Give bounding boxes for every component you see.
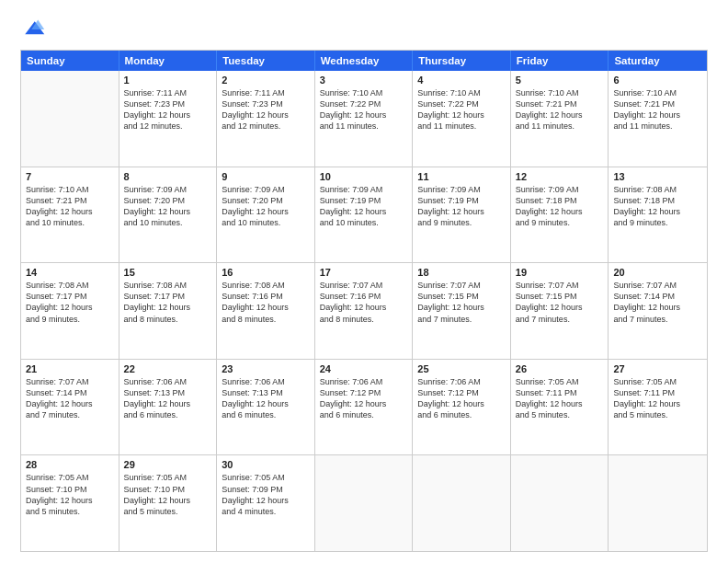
header-day: Thursday [413, 51, 511, 71]
day-number: 15 [124, 267, 212, 278]
calendar-cell: 16Sunrise: 7:08 AM Sunset: 7:16 PM Dayli… [217, 263, 315, 359]
cell-content: Sunrise: 7:08 AM Sunset: 7:16 PM Dayligh… [222, 280, 310, 325]
header-day: Wednesday [315, 51, 414, 71]
day-number: 18 [417, 267, 506, 278]
calendar-header: SundayMondayTuesdayWednesdayThursdayFrid… [21, 51, 707, 71]
day-number: 5 [516, 75, 604, 86]
day-number: 25 [417, 363, 506, 374]
cell-content: Sunrise: 7:10 AM Sunset: 7:21 PM Dayligh… [613, 87, 702, 132]
calendar-cell: 5Sunrise: 7:10 AM Sunset: 7:21 PM Daylig… [511, 71, 609, 167]
cell-content: Sunrise: 7:05 AM Sunset: 7:11 PM Dayligh… [613, 376, 702, 421]
cell-content: Sunrise: 7:07 AM Sunset: 7:14 PM Dayligh… [26, 376, 114, 421]
day-number: 6 [613, 75, 702, 86]
header-day: Friday [511, 51, 609, 71]
day-number: 21 [26, 363, 114, 374]
day-number: 2 [222, 75, 310, 86]
day-number: 11 [417, 171, 506, 182]
cell-content: Sunrise: 7:07 AM Sunset: 7:15 PM Dayligh… [516, 280, 604, 325]
calendar-cell: 12Sunrise: 7:09 AM Sunset: 7:18 PM Dayli… [511, 167, 609, 263]
calendar-cell: 20Sunrise: 7:07 AM Sunset: 7:14 PM Dayli… [609, 263, 707, 359]
calendar-week-row: 1Sunrise: 7:11 AM Sunset: 7:23 PM Daylig… [21, 71, 707, 167]
calendar-cell: 30Sunrise: 7:05 AM Sunset: 7:09 PM Dayli… [217, 455, 315, 551]
calendar-cell: 17Sunrise: 7:07 AM Sunset: 7:16 PM Dayli… [315, 263, 414, 359]
cell-content: Sunrise: 7:09 AM Sunset: 7:20 PM Dayligh… [124, 184, 212, 229]
calendar-cell [315, 455, 414, 551]
cell-content: Sunrise: 7:08 AM Sunset: 7:17 PM Dayligh… [124, 280, 212, 325]
calendar-cell: 23Sunrise: 7:06 AM Sunset: 7:13 PM Dayli… [217, 360, 315, 455]
logo [20, 17, 50, 42]
day-number: 24 [320, 363, 408, 374]
cell-content: Sunrise: 7:06 AM Sunset: 7:13 PM Dayligh… [222, 376, 310, 421]
cell-content: Sunrise: 7:07 AM Sunset: 7:14 PM Dayligh… [613, 280, 702, 325]
header-day: Monday [119, 51, 218, 71]
calendar-cell: 13Sunrise: 7:08 AM Sunset: 7:18 PM Dayli… [609, 167, 707, 263]
day-number: 14 [26, 267, 114, 278]
page: SundayMondayTuesdayWednesdayThursdayFrid… [0, 0, 728, 563]
cell-content: Sunrise: 7:06 AM Sunset: 7:12 PM Dayligh… [417, 376, 506, 421]
day-number: 27 [613, 363, 702, 374]
calendar-cell: 25Sunrise: 7:06 AM Sunset: 7:12 PM Dayli… [413, 360, 511, 455]
cell-content: Sunrise: 7:09 AM Sunset: 7:18 PM Dayligh… [516, 184, 604, 229]
calendar-cell: 29Sunrise: 7:05 AM Sunset: 7:10 PM Dayli… [119, 455, 218, 551]
cell-content: Sunrise: 7:05 AM Sunset: 7:09 PM Dayligh… [222, 472, 310, 517]
calendar-cell: 8Sunrise: 7:09 AM Sunset: 7:20 PM Daylig… [119, 167, 218, 263]
cell-content: Sunrise: 7:10 AM Sunset: 7:22 PM Dayligh… [320, 87, 408, 132]
cell-content: Sunrise: 7:06 AM Sunset: 7:12 PM Dayligh… [320, 376, 408, 421]
calendar-cell [609, 455, 707, 551]
calendar-cell: 28Sunrise: 7:05 AM Sunset: 7:10 PM Dayli… [21, 455, 119, 551]
calendar-cell: 1Sunrise: 7:11 AM Sunset: 7:23 PM Daylig… [119, 71, 218, 167]
calendar-cell: 22Sunrise: 7:06 AM Sunset: 7:13 PM Dayli… [119, 360, 218, 455]
calendar-cell: 10Sunrise: 7:09 AM Sunset: 7:19 PM Dayli… [315, 167, 414, 263]
calendar-week-row: 14Sunrise: 7:08 AM Sunset: 7:17 PM Dayli… [21, 263, 707, 360]
calendar-cell: 24Sunrise: 7:06 AM Sunset: 7:12 PM Dayli… [315, 360, 414, 455]
calendar-body: 1Sunrise: 7:11 AM Sunset: 7:23 PM Daylig… [21, 71, 707, 551]
calendar-cell: 26Sunrise: 7:05 AM Sunset: 7:11 PM Dayli… [511, 360, 609, 455]
header-day: Saturday [609, 51, 707, 71]
day-number: 10 [320, 171, 408, 182]
calendar: SundayMondayTuesdayWednesdayThursdayFrid… [20, 50, 708, 552]
day-number: 20 [613, 267, 702, 278]
calendar-cell: 18Sunrise: 7:07 AM Sunset: 7:15 PM Dayli… [413, 263, 511, 359]
day-number: 7 [26, 171, 114, 182]
day-number: 29 [124, 459, 212, 470]
calendar-week-row: 7Sunrise: 7:10 AM Sunset: 7:21 PM Daylig… [21, 167, 707, 264]
calendar-cell [413, 455, 511, 551]
calendar-cell: 11Sunrise: 7:09 AM Sunset: 7:19 PM Dayli… [413, 167, 511, 263]
cell-content: Sunrise: 7:09 AM Sunset: 7:19 PM Dayligh… [417, 184, 506, 229]
header-day: Tuesday [217, 51, 315, 71]
calendar-cell [21, 71, 119, 167]
cell-content: Sunrise: 7:09 AM Sunset: 7:20 PM Dayligh… [222, 184, 310, 229]
logo-icon [20, 17, 46, 42]
day-number: 8 [124, 171, 212, 182]
day-number: 30 [222, 459, 310, 470]
calendar-cell: 2Sunrise: 7:11 AM Sunset: 7:23 PM Daylig… [217, 71, 315, 167]
calendar-cell: 27Sunrise: 7:05 AM Sunset: 7:11 PM Dayli… [609, 360, 707, 455]
day-number: 23 [222, 363, 310, 374]
cell-content: Sunrise: 7:09 AM Sunset: 7:19 PM Dayligh… [320, 184, 408, 229]
day-number: 12 [516, 171, 604, 182]
calendar-cell: 4Sunrise: 7:10 AM Sunset: 7:22 PM Daylig… [413, 71, 511, 167]
day-number: 3 [320, 75, 408, 86]
calendar-cell: 7Sunrise: 7:10 AM Sunset: 7:21 PM Daylig… [21, 167, 119, 263]
calendar-cell: 19Sunrise: 7:07 AM Sunset: 7:15 PM Dayli… [511, 263, 609, 359]
cell-content: Sunrise: 7:11 AM Sunset: 7:23 PM Dayligh… [222, 87, 310, 132]
calendar-week-row: 28Sunrise: 7:05 AM Sunset: 7:10 PM Dayli… [21, 455, 707, 551]
header [20, 17, 708, 42]
calendar-cell: 9Sunrise: 7:09 AM Sunset: 7:20 PM Daylig… [217, 167, 315, 263]
day-number: 4 [417, 75, 506, 86]
calendar-cell: 21Sunrise: 7:07 AM Sunset: 7:14 PM Dayli… [21, 360, 119, 455]
calendar-cell: 3Sunrise: 7:10 AM Sunset: 7:22 PM Daylig… [315, 71, 414, 167]
calendar-cell: 6Sunrise: 7:10 AM Sunset: 7:21 PM Daylig… [609, 71, 707, 167]
cell-content: Sunrise: 7:06 AM Sunset: 7:13 PM Dayligh… [124, 376, 212, 421]
day-number: 16 [222, 267, 310, 278]
day-number: 22 [124, 363, 212, 374]
cell-content: Sunrise: 7:10 AM Sunset: 7:22 PM Dayligh… [417, 87, 506, 132]
day-number: 28 [26, 459, 114, 470]
cell-content: Sunrise: 7:10 AM Sunset: 7:21 PM Dayligh… [26, 184, 114, 229]
calendar-cell: 14Sunrise: 7:08 AM Sunset: 7:17 PM Dayli… [21, 263, 119, 359]
cell-content: Sunrise: 7:11 AM Sunset: 7:23 PM Dayligh… [124, 87, 212, 132]
cell-content: Sunrise: 7:07 AM Sunset: 7:15 PM Dayligh… [417, 280, 506, 325]
cell-content: Sunrise: 7:10 AM Sunset: 7:21 PM Dayligh… [516, 87, 604, 132]
cell-content: Sunrise: 7:08 AM Sunset: 7:17 PM Dayligh… [26, 280, 114, 325]
day-number: 13 [613, 171, 702, 182]
